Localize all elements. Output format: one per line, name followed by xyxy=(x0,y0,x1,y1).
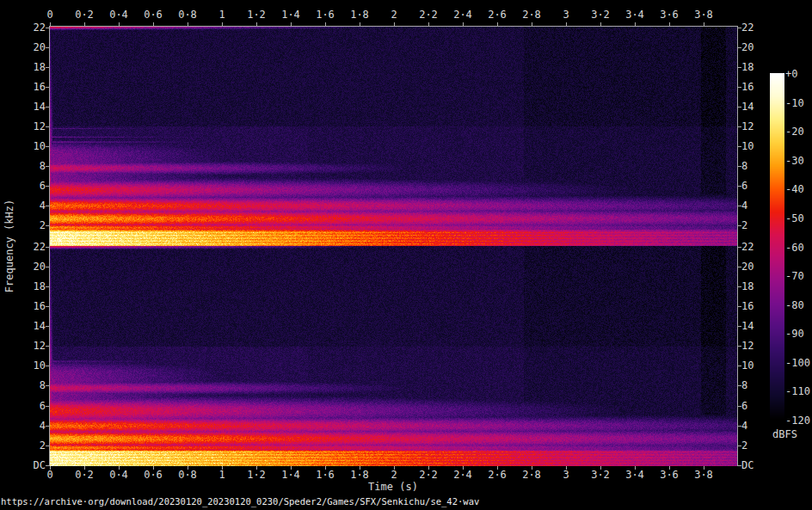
freq-tick xyxy=(46,67,49,68)
time-tick-label: 0·8 xyxy=(178,9,197,21)
freq-tick-label: 20 xyxy=(0,42,46,53)
freq-tick xyxy=(46,166,49,167)
freq-tick-label: 14 xyxy=(0,101,46,113)
freq-tick xyxy=(46,286,49,287)
freq-tick xyxy=(46,306,49,307)
freq-tick-label: 22 xyxy=(741,22,754,34)
time-tick xyxy=(84,22,85,26)
time-tick-label: 0·8 xyxy=(178,470,197,481)
time-tick-label: 3·4 xyxy=(625,470,644,481)
colorbar-tick-label: -80 xyxy=(785,300,804,311)
colorbar-tick-label: -40 xyxy=(785,184,804,195)
time-tick-label: 0·6 xyxy=(144,470,163,481)
freq-tick-label: 16 xyxy=(0,301,46,312)
colorbar-tick-label: -100 xyxy=(785,358,810,369)
freq-tick-label: 22 xyxy=(741,242,754,253)
freq-tick xyxy=(46,385,49,386)
freq-tick-label: 2 xyxy=(741,220,747,231)
time-tick xyxy=(704,22,704,26)
colorbar-tick-label: -90 xyxy=(785,329,804,340)
colorbar-tick-label: -20 xyxy=(785,126,804,138)
time-tick xyxy=(119,22,120,26)
time-tick-label: 1·8 xyxy=(350,9,369,21)
freq-tick-label: 8 xyxy=(741,380,747,391)
freq-tick-label: 6 xyxy=(741,181,747,192)
x-axis-title: Time (s) xyxy=(368,481,418,493)
time-tick-label: 1 xyxy=(218,9,225,21)
freq-tick-label: 20 xyxy=(0,261,46,273)
time-tick xyxy=(566,22,567,26)
time-tick xyxy=(394,22,395,26)
freq-tick xyxy=(46,225,49,226)
time-tick-label: 1·8 xyxy=(350,470,369,481)
freq-tick-label: 6 xyxy=(741,401,747,412)
colorbar-tick-label: +0 xyxy=(785,69,797,80)
time-tick-label: 2·8 xyxy=(522,470,541,481)
right-axis-line xyxy=(737,26,738,466)
time-tick-label: 0·6 xyxy=(144,9,163,21)
freq-tick-label: 10 xyxy=(0,360,46,372)
time-tick-label: 3 xyxy=(563,470,569,481)
time-tick xyxy=(50,22,51,26)
time-tick xyxy=(635,22,636,26)
time-tick-label: 3·6 xyxy=(660,9,679,21)
freq-tick xyxy=(46,126,49,127)
time-tick-label: 2·6 xyxy=(488,470,507,481)
freq-tick-label: 18 xyxy=(0,62,46,73)
time-tick xyxy=(188,22,188,26)
time-tick-label: 1·2 xyxy=(247,470,266,481)
time-tick-label: 3 xyxy=(563,9,569,21)
freq-tick-label: 10 xyxy=(0,141,46,152)
freq-tick-label: 20 xyxy=(741,261,754,273)
freq-tick-label: 4 xyxy=(741,200,747,212)
freq-tick-label: 4 xyxy=(0,200,46,212)
freq-tick xyxy=(46,326,49,327)
time-tick-label: 2 xyxy=(391,9,397,21)
time-tick-label: 3·8 xyxy=(694,9,713,21)
time-tick-label: 2·2 xyxy=(419,9,438,21)
freq-tick-label: 18 xyxy=(0,281,46,292)
time-tick-label: 0·2 xyxy=(75,470,94,481)
time-tick-label: 1·6 xyxy=(316,9,335,21)
freq-tick xyxy=(46,146,49,147)
time-tick xyxy=(669,22,670,26)
freq-tick-label: 6 xyxy=(0,401,46,412)
colorbar-tick-label: -70 xyxy=(785,271,804,282)
freq-tick-label: 12 xyxy=(0,121,46,132)
colorbar-tick-label: -30 xyxy=(785,156,804,167)
freq-tick-label: 14 xyxy=(0,321,46,332)
freq-tick-label: 4 xyxy=(741,421,747,432)
freq-tick-label: 18 xyxy=(741,281,754,292)
time-tick xyxy=(222,22,223,26)
freq-tick-label: DC xyxy=(0,460,46,471)
time-tick xyxy=(291,22,292,26)
freq-tick-label: 2 xyxy=(0,440,46,452)
time-tick-label: 3·2 xyxy=(591,470,610,481)
time-tick xyxy=(463,22,464,26)
time-tick-label: 2·4 xyxy=(453,9,472,21)
time-tick xyxy=(532,22,532,26)
time-tick-label: 3·6 xyxy=(660,470,679,481)
time-tick-label: 2 xyxy=(391,470,397,481)
time-tick-label: 2·4 xyxy=(453,470,472,481)
time-tick xyxy=(325,22,326,26)
time-tick-label: 1 xyxy=(218,470,225,481)
time-tick xyxy=(428,22,429,26)
freq-tick-label: 12 xyxy=(0,341,46,352)
time-tick xyxy=(360,22,360,26)
colorbar-tick-label: -10 xyxy=(785,98,804,109)
time-tick-label: 1·4 xyxy=(281,470,300,481)
freq-tick-label: 14 xyxy=(741,101,754,113)
freq-tick-label: 10 xyxy=(741,360,754,372)
time-tick-label: 3·4 xyxy=(625,9,644,21)
freq-tick-label: DC xyxy=(741,460,754,471)
colorbar-tick-label: -50 xyxy=(785,213,804,224)
freq-tick-label: 6 xyxy=(0,181,46,192)
freq-tick xyxy=(46,346,49,347)
time-tick-label: 2·2 xyxy=(419,470,438,481)
spectrogram-canvas xyxy=(50,27,737,466)
freq-tick xyxy=(46,247,49,248)
freq-tick-label: 2 xyxy=(741,440,747,452)
freq-tick xyxy=(46,186,49,187)
colorbar-tick-label: -60 xyxy=(785,243,804,254)
